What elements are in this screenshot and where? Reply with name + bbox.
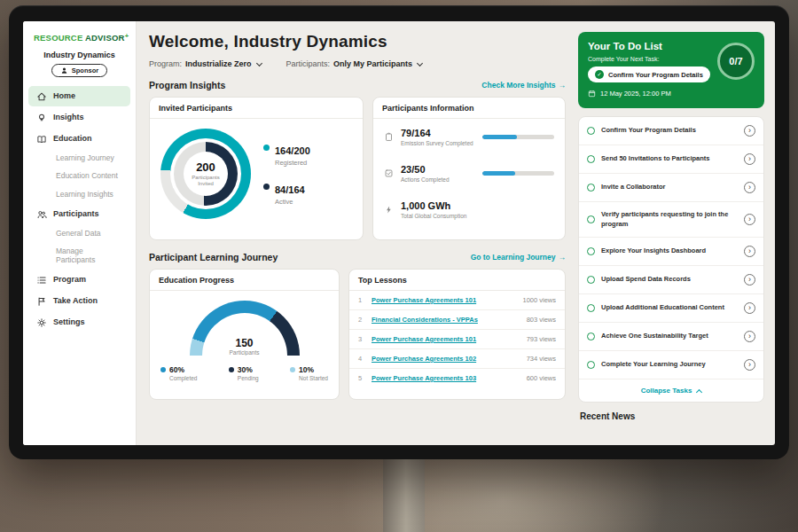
sidebar-item-insights[interactable]: Insights — [28, 107, 130, 128]
sidebar-item-learning-insights[interactable]: Learning Insights — [28, 186, 130, 203]
education-gauge-chart: 150 Participants — [190, 301, 300, 356]
arrow-right-icon — [556, 253, 567, 262]
insights-icon — [35, 112, 47, 123]
lesson-link[interactable]: Power Purchase Agreements 101 — [372, 296, 516, 304]
logo-plus: + — [125, 32, 129, 40]
program-filter-label: Program: — [149, 59, 182, 68]
legend-item-pending: 30% Pending — [229, 365, 259, 381]
legend-label: Active — [275, 198, 305, 206]
task-row[interactable]: Confirm Your Program Details — [579, 117, 763, 145]
task-label: Complete Your Learning Journey — [601, 360, 738, 370]
sidebar-item-manage-participants[interactable]: Manage Participants — [28, 243, 130, 269]
link-label: Go to Learning Journey — [471, 253, 556, 262]
task-label: Invite a Collaborator — [601, 183, 738, 192]
program-icon — [35, 274, 47, 286]
lesson-link[interactable]: Power Purchase Agreements 101 — [372, 335, 520, 343]
info-row-emission-survey: 79/164 Emission Survey Completed — [373, 119, 565, 155]
task-checkbox[interactable] — [587, 184, 595, 192]
invited-participants-card: Invited Participants 200 Participants In… — [149, 97, 364, 240]
chevron-right-icon[interactable] — [744, 246, 755, 257]
legend-pct: 60% — [169, 365, 184, 374]
card-title: Top Lessons — [349, 270, 565, 291]
sidebar-item-settings[interactable]: Settings — [28, 312, 130, 332]
task-checkbox[interactable] — [587, 276, 595, 284]
task-label: Upload Additional Educational Content — [601, 303, 738, 313]
task-checkbox[interactable] — [587, 332, 595, 340]
lesson-link[interactable]: Power Purchase Agreements 103 — [372, 374, 520, 382]
task-checkbox[interactable] — [587, 155, 595, 163]
legend-pct: 10% — [299, 365, 314, 374]
program-filter-dropdown[interactable]: Program: Industrialize Zero — [149, 59, 262, 68]
chevron-down-icon — [255, 59, 262, 66]
legend-item-registered: 164/200 Registered — [263, 142, 310, 167]
gear-icon — [35, 317, 47, 328]
task-checkbox[interactable] — [587, 215, 595, 223]
lightblue-dot-icon — [290, 367, 295, 372]
sidebar-item-learning-journey[interactable]: Learning Journey — [28, 150, 130, 167]
sidebar: RESOURCE ADVISOR+ Industry Dynamics Spon… — [23, 21, 137, 445]
next-task-pill[interactable]: Confirm Your Program Details — [588, 66, 710, 82]
sidebar-item-general-data[interactable]: General Data — [28, 225, 130, 242]
sidebar-item-education[interactable]: Education — [28, 129, 130, 149]
task-row[interactable]: Send 50 Invitations to Participants — [579, 145, 763, 174]
lesson-row: 2 Financial Considerations - VPPAs 803 v… — [349, 310, 565, 330]
task-row[interactable]: Upload Spend Data Records — [579, 266, 763, 294]
lesson-views: 793 views — [527, 335, 556, 343]
chevron-right-icon[interactable] — [744, 331, 755, 342]
sidebar-item-label: Learning Journey — [56, 154, 114, 162]
task-checkbox[interactable] — [587, 304, 595, 312]
task-checkbox[interactable] — [587, 361, 595, 369]
sponsor-label: Sponsor — [72, 66, 98, 74]
go-to-learning-journey-link[interactable]: Go to Learning Journey — [471, 253, 566, 262]
app-logo: RESOURCE ADVISOR+ — [23, 30, 136, 48]
sidebar-item-label: Insights — [53, 113, 84, 122]
chevron-right-icon[interactable] — [744, 214, 755, 225]
task-checkbox[interactable] — [587, 247, 595, 255]
chevron-right-icon[interactable] — [744, 153, 755, 165]
blue-dot-icon — [160, 367, 166, 372]
todo-panel: Your To Do List Complete Your Next Task:… — [578, 21, 775, 445]
task-row[interactable]: Upload Additional Educational Content — [579, 294, 763, 323]
sponsor-badge[interactable]: Sponsor — [51, 64, 107, 77]
logo-resource: RESOURCE — [34, 33, 82, 43]
task-row[interactable]: Achieve One Sustainability Target — [579, 323, 763, 351]
sidebar-item-label: Education Content — [56, 172, 118, 180]
lesson-link[interactable]: Financial Considerations - VPPAs — [372, 316, 520, 324]
participants-filter-dropdown[interactable]: Participants: Only My Participants — [286, 59, 423, 68]
chevron-down-icon — [417, 59, 423, 66]
task-row[interactable]: Complete Your Learning Journey — [579, 351, 763, 379]
todo-progress-badge: 0/7 — [717, 43, 755, 80]
chevron-right-icon[interactable] — [744, 274, 755, 286]
sidebar-item-label: Learning Insights — [56, 191, 113, 199]
sidebar-item-home[interactable]: Home — [28, 86, 130, 106]
collapse-tasks-button[interactable]: Collapse Tasks — [579, 379, 763, 402]
next-task-label: Confirm Your Program Details — [608, 71, 703, 79]
chevron-right-icon[interactable] — [744, 359, 755, 371]
chevron-right-icon[interactable] — [744, 182, 755, 193]
task-row[interactable]: Explore Your Insights Dashboard — [579, 238, 763, 266]
sidebar-item-take-action[interactable]: Take Action — [28, 291, 130, 311]
progress-bar — [482, 171, 554, 176]
gauge-center-label: Participants — [190, 349, 300, 356]
sidebar-item-education-content[interactable]: Education Content — [28, 168, 130, 184]
chevron-right-icon[interactable] — [744, 125, 755, 137]
task-row[interactable]: Verify participants requesting to join t… — [579, 202, 763, 238]
task-row[interactable]: Invite a Collaborator — [579, 174, 763, 202]
participants-icon — [35, 208, 47, 220]
check-more-insights-link[interactable]: Check More Insights — [481, 81, 566, 90]
teal-dot-icon — [263, 145, 270, 151]
due-date-text: 12 May 2025, 12:00 PM — [600, 90, 671, 98]
chevron-right-icon[interactable] — [744, 302, 755, 314]
sidebar-item-participants[interactable]: Participants — [28, 204, 130, 224]
sidebar-item-program[interactable]: Program — [28, 270, 130, 290]
insights-cards-row: Invited Participants 200 Participants In… — [149, 97, 566, 240]
legend-label: Completed — [169, 375, 197, 381]
legend-label: Registered — [275, 159, 310, 167]
clipboard-icon — [384, 132, 394, 142]
learning-journey-header: Participant Learning Journey Go to Learn… — [149, 252, 566, 262]
participants-filter-label: Participants: — [286, 59, 331, 68]
sidebar-item-label: Settings — [53, 318, 85, 327]
task-checkbox[interactable] — [587, 127, 595, 135]
home-icon — [35, 90, 47, 102]
lesson-link[interactable]: Power Purchase Agreements 102 — [372, 355, 520, 363]
